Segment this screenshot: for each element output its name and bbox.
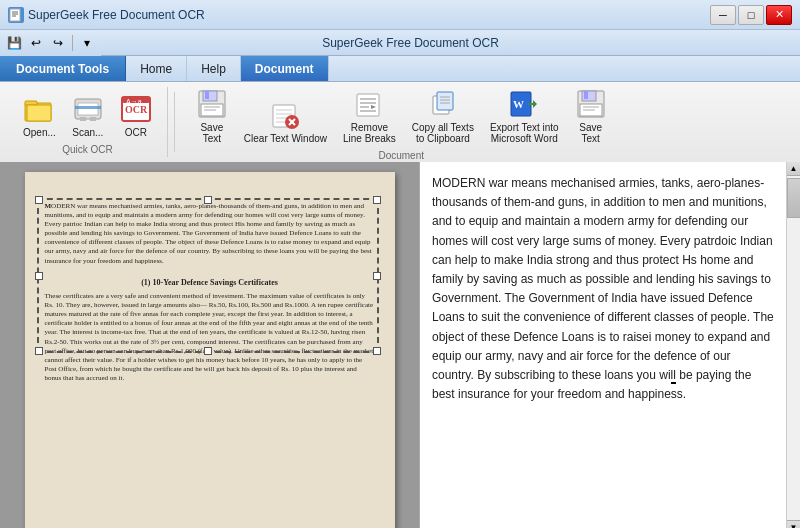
right-panel[interactable]: MODERN war means mechanised armies, tank… xyxy=(420,162,786,528)
ribbon-document-tools-header: Document Tools xyxy=(0,56,126,81)
scroll-up-button[interactable]: ▲ xyxy=(787,162,801,176)
svg-rect-36 xyxy=(437,92,453,110)
svg-text:OCR: OCR xyxy=(125,104,148,115)
svg-rect-18 xyxy=(205,91,209,99)
svg-rect-5 xyxy=(25,101,37,105)
ribbon-separator-1 xyxy=(174,92,175,152)
text-op-buttons: SaveText Clear Text Window xyxy=(189,84,614,148)
svg-text:W: W xyxy=(513,98,524,110)
ocr-label: OCR xyxy=(125,127,147,138)
scan-label: Scan... xyxy=(72,127,103,138)
qa-undo-button[interactable]: ↩ xyxy=(26,33,46,53)
svg-rect-30 xyxy=(357,94,379,116)
close-button[interactable]: ✕ xyxy=(766,5,792,25)
export-word-icon: W xyxy=(508,88,540,120)
export-word-label: Export Text intoMicrosoft Word xyxy=(490,122,559,144)
quick-ocr-buttons: Open... Scan... xyxy=(16,89,159,142)
scroll-thumb[interactable] xyxy=(787,178,800,218)
ocr-text: MODERN war means mechanised armies, tank… xyxy=(432,174,774,404)
doc-image-area: MODERN war means mechanised armies, tank… xyxy=(0,162,419,528)
svg-text:A→a: A→a xyxy=(126,98,142,105)
title-bar: SuperGeek Free Document OCR ─ □ ✕ xyxy=(0,0,800,30)
ribbon-group-quick-ocr: Open... Scan... xyxy=(8,87,168,157)
scan-button[interactable]: Scan... xyxy=(65,89,111,142)
svg-rect-6 xyxy=(27,105,51,121)
handle-bl[interactable] xyxy=(35,347,43,355)
quick-ocr-label: Quick OCR xyxy=(62,144,113,155)
maximize-button[interactable]: □ xyxy=(738,5,764,25)
remove-breaks-icon xyxy=(353,88,385,120)
app-icon xyxy=(8,7,24,23)
scan-icon xyxy=(72,93,104,125)
window-title: SuperGeek Free Document OCR xyxy=(28,8,205,22)
ocr-icon: OCR A→a xyxy=(120,93,152,125)
copy-all-icon xyxy=(427,88,459,120)
handle-ml[interactable] xyxy=(35,272,43,280)
clear-text-icon xyxy=(269,99,301,131)
clear-text-label: Clear Text Window xyxy=(244,133,327,144)
tab-home[interactable]: Home xyxy=(126,56,187,81)
tab-help[interactable]: Help xyxy=(187,56,241,81)
clear-text-button[interactable]: Clear Text Window xyxy=(237,95,334,148)
svg-rect-10 xyxy=(80,117,86,121)
window-title-center: SuperGeek Free Document OCR xyxy=(322,36,499,50)
doc-page: MODERN war means mechanised armies, tank… xyxy=(25,172,395,528)
window-controls: ─ □ ✕ xyxy=(710,5,792,25)
svg-rect-9 xyxy=(75,106,101,109)
export-word-button[interactable]: W Export Text intoMicrosoft Word xyxy=(483,84,566,148)
remove-breaks-button[interactable]: RemoveLine Breaks xyxy=(336,84,403,148)
open-button[interactable]: Open... xyxy=(16,89,63,142)
save-text-label: SaveText xyxy=(200,122,223,144)
text-ops-label: Document xyxy=(378,150,424,161)
minimize-button[interactable]: ─ xyxy=(710,5,736,25)
scroll-track xyxy=(787,176,800,520)
save-text2-icon xyxy=(575,88,607,120)
doc-heading: (1) 10-Year Defence Savings Certificates xyxy=(45,278,375,288)
save-text2-button[interactable]: SaveText xyxy=(568,84,614,148)
ribbon-content: Open... Scan... xyxy=(0,82,800,162)
left-panel[interactable]: MODERN war means mechanised armies, tank… xyxy=(0,162,420,528)
svg-rect-45 xyxy=(584,91,588,99)
save-text-button[interactable]: SaveText xyxy=(189,84,235,148)
tab-document[interactable]: Document xyxy=(241,56,329,81)
copy-all-label: Copy all Textsto Clipboard xyxy=(412,122,474,144)
svg-rect-11 xyxy=(90,117,96,121)
qa-save-button[interactable]: 💾 xyxy=(4,33,24,53)
right-scrollbar[interactable]: ▲ ▼ xyxy=(786,162,800,528)
quick-access-toolbar: 💾 ↩ ↪ ▾ xyxy=(0,30,101,56)
qa-separator xyxy=(72,35,73,51)
remove-breaks-label: RemoveLine Breaks xyxy=(343,122,396,144)
ribbon-group-text-ops: SaveText Clear Text Window xyxy=(181,82,622,163)
qa-more-button[interactable]: ▾ xyxy=(77,33,97,53)
main-content: MODERN war means mechanised armies, tank… xyxy=(0,162,800,528)
open-label: Open... xyxy=(23,127,56,138)
save-text2-label: SaveText xyxy=(579,122,602,144)
ocr-button[interactable]: OCR A→a OCR xyxy=(113,89,159,142)
qa-redo-button[interactable]: ↪ xyxy=(48,33,68,53)
copy-all-button[interactable]: Copy all Textsto Clipboard xyxy=(405,84,481,148)
save-text-icon xyxy=(196,88,228,120)
title-bar-left: SuperGeek Free Document OCR xyxy=(8,7,205,23)
handle-tl[interactable] xyxy=(35,196,43,204)
scroll-down-button[interactable]: ▼ xyxy=(787,520,801,528)
doc-text-content: MODERN war means mechanised armies, tank… xyxy=(45,192,375,383)
open-icon xyxy=(23,93,55,125)
svg-rect-0 xyxy=(10,9,20,21)
